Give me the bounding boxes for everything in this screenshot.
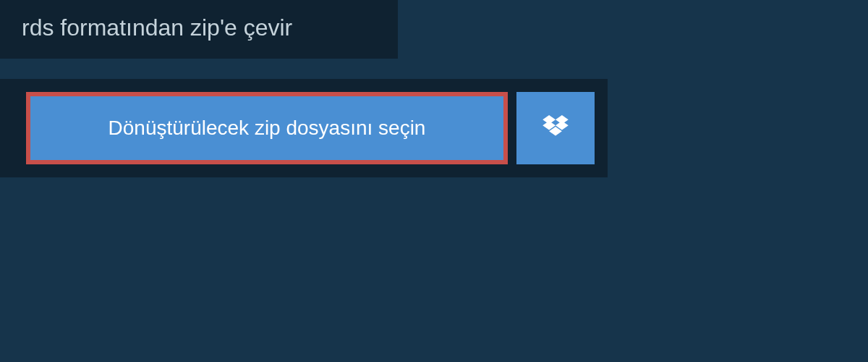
dropbox-button[interactable] xyxy=(516,92,595,164)
select-file-button[interactable]: Dönüştürülecek zip dosyasını seçin xyxy=(26,92,508,164)
upload-section: Dönüştürülecek zip dosyasını seçin xyxy=(0,79,608,177)
page-title: rds formatından zip'e çevir xyxy=(22,14,376,41)
header-section: rds formatından zip'e çevir xyxy=(0,0,398,59)
select-file-label: Dönüştürülecek zip dosyasını seçin xyxy=(109,117,426,140)
dropbox-icon xyxy=(542,115,569,141)
